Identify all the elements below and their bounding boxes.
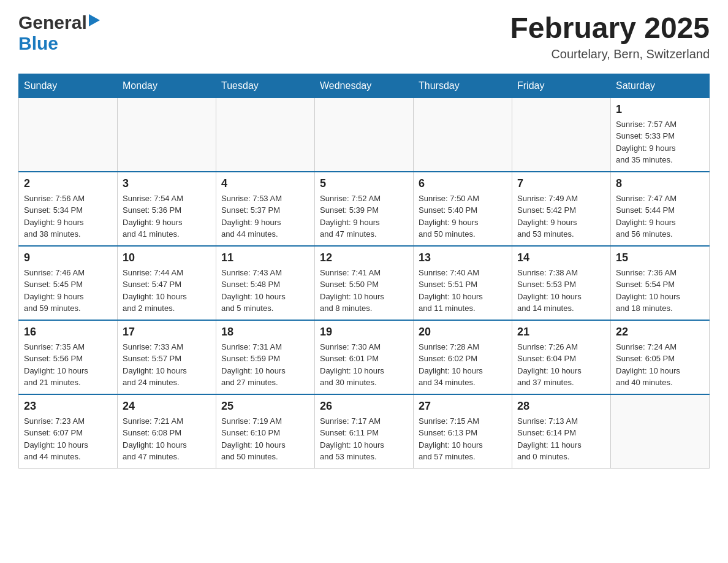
weekday-header-wednesday: Wednesday bbox=[315, 74, 414, 98]
day-number: 24 bbox=[123, 400, 211, 413]
logo-general-text: General bbox=[18, 12, 87, 33]
weekday-header-tuesday: Tuesday bbox=[216, 74, 315, 98]
day-info: Sunrise: 7:41 AM Sunset: 5:50 PM Dayligh… bbox=[320, 267, 408, 315]
day-info: Sunrise: 7:43 AM Sunset: 5:48 PM Dayligh… bbox=[221, 267, 309, 315]
day-info: Sunrise: 7:38 AM Sunset: 5:53 PM Dayligh… bbox=[517, 267, 605, 315]
calendar-cell bbox=[315, 98, 414, 172]
day-number: 26 bbox=[320, 400, 408, 413]
calendar-cell: 13Sunrise: 7:40 AM Sunset: 5:51 PM Dayli… bbox=[414, 246, 512, 320]
day-number: 13 bbox=[419, 251, 507, 264]
day-number: 12 bbox=[320, 251, 408, 264]
calendar-cell: 27Sunrise: 7:15 AM Sunset: 6:13 PM Dayli… bbox=[414, 394, 512, 469]
day-info: Sunrise: 7:33 AM Sunset: 5:57 PM Dayligh… bbox=[123, 341, 211, 389]
calendar-cell: 16Sunrise: 7:35 AM Sunset: 5:56 PM Dayli… bbox=[19, 320, 118, 394]
calendar-cell: 5Sunrise: 7:52 AM Sunset: 5:39 PM Daylig… bbox=[315, 172, 414, 246]
calendar-cell: 12Sunrise: 7:41 AM Sunset: 5:50 PM Dayli… bbox=[315, 246, 414, 320]
calendar-cell bbox=[118, 98, 216, 172]
calendar-cell: 14Sunrise: 7:38 AM Sunset: 5:53 PM Dayli… bbox=[512, 246, 611, 320]
day-number: 11 bbox=[221, 251, 309, 264]
day-number: 19 bbox=[320, 326, 408, 339]
day-number: 4 bbox=[221, 177, 309, 190]
day-info: Sunrise: 7:13 AM Sunset: 6:14 PM Dayligh… bbox=[517, 415, 605, 463]
calendar-cell: 7Sunrise: 7:49 AM Sunset: 5:42 PM Daylig… bbox=[512, 172, 611, 246]
day-number: 15 bbox=[616, 251, 704, 264]
day-number: 21 bbox=[517, 326, 605, 339]
calendar-cell: 3Sunrise: 7:54 AM Sunset: 5:36 PM Daylig… bbox=[118, 172, 216, 246]
weekday-header-sunday: Sunday bbox=[19, 74, 118, 98]
day-info: Sunrise: 7:23 AM Sunset: 6:07 PM Dayligh… bbox=[24, 415, 112, 463]
day-number: 20 bbox=[419, 326, 507, 339]
calendar-cell bbox=[414, 98, 512, 172]
day-info: Sunrise: 7:46 AM Sunset: 5:45 PM Dayligh… bbox=[24, 267, 112, 315]
calendar-cell: 9Sunrise: 7:46 AM Sunset: 5:45 PM Daylig… bbox=[19, 246, 118, 320]
weekday-header-friday: Friday bbox=[512, 74, 611, 98]
day-number: 2 bbox=[24, 177, 112, 190]
calendar-cell: 22Sunrise: 7:24 AM Sunset: 6:05 PM Dayli… bbox=[611, 320, 710, 394]
calendar-cell: 17Sunrise: 7:33 AM Sunset: 5:57 PM Dayli… bbox=[118, 320, 216, 394]
day-info: Sunrise: 7:24 AM Sunset: 6:05 PM Dayligh… bbox=[616, 341, 704, 389]
day-info: Sunrise: 7:35 AM Sunset: 5:56 PM Dayligh… bbox=[24, 341, 112, 389]
day-number: 14 bbox=[517, 251, 605, 264]
day-info: Sunrise: 7:26 AM Sunset: 6:04 PM Dayligh… bbox=[517, 341, 605, 389]
day-number: 6 bbox=[419, 177, 507, 190]
calendar-cell: 11Sunrise: 7:43 AM Sunset: 5:48 PM Dayli… bbox=[216, 246, 315, 320]
day-info: Sunrise: 7:36 AM Sunset: 5:54 PM Dayligh… bbox=[616, 267, 704, 315]
calendar-week-2: 2Sunrise: 7:56 AM Sunset: 5:34 PM Daylig… bbox=[19, 172, 710, 246]
calendar-cell: 24Sunrise: 7:21 AM Sunset: 6:08 PM Dayli… bbox=[118, 394, 216, 469]
day-number: 27 bbox=[419, 400, 507, 413]
calendar-cell: 15Sunrise: 7:36 AM Sunset: 5:54 PM Dayli… bbox=[611, 246, 710, 320]
calendar-cell bbox=[512, 98, 611, 172]
day-number: 8 bbox=[616, 177, 704, 190]
title-area: February 2025 Courtelary, Bern, Switzerl… bbox=[510, 12, 710, 61]
calendar-week-1: 1Sunrise: 7:57 AM Sunset: 5:33 PM Daylig… bbox=[19, 98, 710, 172]
calendar-table: SundayMondayTuesdayWednesdayThursdayFrid… bbox=[18, 74, 710, 469]
day-info: Sunrise: 7:21 AM Sunset: 6:08 PM Dayligh… bbox=[123, 415, 211, 463]
day-number: 16 bbox=[24, 326, 112, 339]
day-info: Sunrise: 7:19 AM Sunset: 6:10 PM Dayligh… bbox=[221, 415, 309, 463]
day-info: Sunrise: 7:54 AM Sunset: 5:36 PM Dayligh… bbox=[123, 193, 211, 240]
month-title: February 2025 bbox=[510, 12, 710, 45]
day-number: 22 bbox=[616, 326, 704, 339]
day-info: Sunrise: 7:49 AM Sunset: 5:42 PM Dayligh… bbox=[517, 193, 605, 240]
calendar-cell: 21Sunrise: 7:26 AM Sunset: 6:04 PM Dayli… bbox=[512, 320, 611, 394]
weekday-header-monday: Monday bbox=[118, 74, 216, 98]
day-number: 1 bbox=[616, 103, 704, 116]
day-info: Sunrise: 7:47 AM Sunset: 5:44 PM Dayligh… bbox=[616, 193, 704, 240]
day-number: 18 bbox=[221, 326, 309, 339]
calendar-cell bbox=[216, 98, 315, 172]
day-number: 25 bbox=[221, 400, 309, 413]
calendar-cell: 4Sunrise: 7:53 AM Sunset: 5:37 PM Daylig… bbox=[216, 172, 315, 246]
day-number: 9 bbox=[24, 251, 112, 264]
logo: General Blue bbox=[18, 12, 100, 54]
calendar-cell: 1Sunrise: 7:57 AM Sunset: 5:33 PM Daylig… bbox=[611, 98, 710, 172]
day-info: Sunrise: 7:53 AM Sunset: 5:37 PM Dayligh… bbox=[221, 193, 309, 240]
svg-marker-0 bbox=[89, 14, 100, 26]
logo-arrow-icon bbox=[89, 14, 100, 29]
day-info: Sunrise: 7:17 AM Sunset: 6:11 PM Dayligh… bbox=[320, 415, 408, 463]
day-info: Sunrise: 7:15 AM Sunset: 6:13 PM Dayligh… bbox=[419, 415, 507, 463]
day-info: Sunrise: 7:57 AM Sunset: 5:33 PM Dayligh… bbox=[616, 118, 704, 166]
calendar-header-row: SundayMondayTuesdayWednesdayThursdayFrid… bbox=[19, 74, 710, 98]
day-info: Sunrise: 7:30 AM Sunset: 6:01 PM Dayligh… bbox=[320, 341, 408, 389]
calendar-cell: 2Sunrise: 7:56 AM Sunset: 5:34 PM Daylig… bbox=[19, 172, 118, 246]
day-number: 7 bbox=[517, 177, 605, 190]
day-info: Sunrise: 7:28 AM Sunset: 6:02 PM Dayligh… bbox=[419, 341, 507, 389]
location-text: Courtelary, Bern, Switzerland bbox=[510, 47, 710, 61]
day-info: Sunrise: 7:52 AM Sunset: 5:39 PM Dayligh… bbox=[320, 193, 408, 240]
weekday-header-thursday: Thursday bbox=[414, 74, 512, 98]
day-info: Sunrise: 7:40 AM Sunset: 5:51 PM Dayligh… bbox=[419, 267, 507, 315]
day-number: 3 bbox=[123, 177, 211, 190]
day-number: 5 bbox=[320, 177, 408, 190]
logo-blue-text: Blue bbox=[18, 33, 58, 54]
calendar-week-5: 23Sunrise: 7:23 AM Sunset: 6:07 PM Dayli… bbox=[19, 394, 710, 469]
calendar-cell bbox=[19, 98, 118, 172]
calendar-cell bbox=[611, 394, 710, 469]
day-number: 23 bbox=[24, 400, 112, 413]
day-number: 10 bbox=[123, 251, 211, 264]
calendar-cell: 18Sunrise: 7:31 AM Sunset: 5:59 PM Dayli… bbox=[216, 320, 315, 394]
day-info: Sunrise: 7:50 AM Sunset: 5:40 PM Dayligh… bbox=[419, 193, 507, 240]
page-header: General Blue February 2025 Courtelary, B… bbox=[18, 12, 710, 61]
day-number: 17 bbox=[123, 326, 211, 339]
calendar-cell: 25Sunrise: 7:19 AM Sunset: 6:10 PM Dayli… bbox=[216, 394, 315, 469]
calendar-cell: 8Sunrise: 7:47 AM Sunset: 5:44 PM Daylig… bbox=[611, 172, 710, 246]
